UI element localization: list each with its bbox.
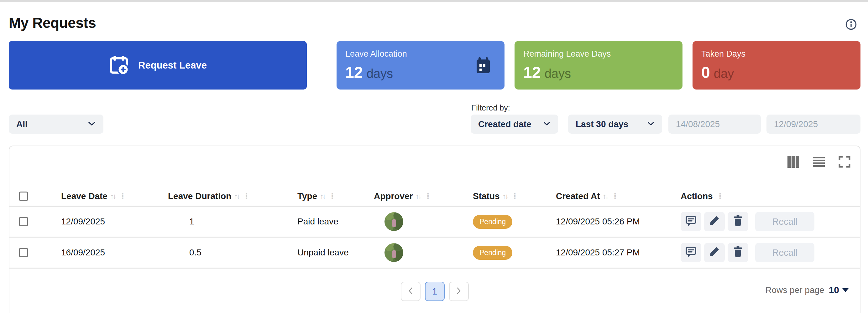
comment-button[interactable] bbox=[681, 212, 701, 231]
column-header-leave-duration[interactable]: Leave Duration ↑↓ ⋮ bbox=[168, 191, 298, 201]
rows-per-page: Rows per page 10 bbox=[765, 285, 848, 295]
pagination: 1 bbox=[9, 282, 860, 301]
rows-per-page-select[interactable]: 10 bbox=[829, 285, 848, 295]
pencil-icon bbox=[709, 215, 720, 229]
chevron-left-icon bbox=[407, 286, 414, 297]
caret-down-icon bbox=[842, 288, 848, 292]
comment-button[interactable] bbox=[681, 243, 701, 262]
chevron-down-icon bbox=[543, 121, 551, 128]
status-badge: Pending bbox=[473, 246, 512, 260]
pencil-icon bbox=[709, 246, 720, 260]
fullscreen-icon[interactable] bbox=[839, 156, 850, 168]
recall-button[interactable]: Recall bbox=[755, 243, 814, 262]
date-from-input[interactable] bbox=[669, 114, 761, 134]
column-label: Leave Date bbox=[61, 191, 107, 201]
date-to-input[interactable] bbox=[767, 114, 861, 134]
leave-type-filter-select[interactable]: All bbox=[9, 114, 103, 134]
prev-page-button[interactable] bbox=[401, 282, 421, 301]
approver-avatar bbox=[384, 212, 403, 231]
cell-type: Paid leave bbox=[298, 217, 374, 227]
request-leave-button[interactable]: Request Leave bbox=[9, 41, 307, 90]
my-requests-page: My Requests Request Leave bbox=[0, 0, 868, 313]
cell-type: Unpaid leave bbox=[298, 248, 374, 257]
rows-per-page-label: Rows per page bbox=[765, 285, 824, 295]
sort-icon[interactable]: ↑↓ bbox=[320, 192, 325, 200]
table-row: 16/09/2025 0.5 Unpaid leave Pending 12/0… bbox=[9, 238, 860, 269]
trash-icon bbox=[732, 246, 744, 260]
page-title: My Requests bbox=[9, 14, 96, 31]
rows-per-page-value: 10 bbox=[829, 285, 839, 295]
sort-icon[interactable]: ↑↓ bbox=[110, 192, 115, 200]
column-label: Actions bbox=[681, 191, 713, 201]
table-header-row: Leave Date ↑↓ ⋮ Leave Duration ↑↓ ⋮ Type… bbox=[9, 186, 860, 207]
cell-leave-duration: 0.5 bbox=[168, 248, 298, 257]
filtered-by-label: Filtered by: bbox=[471, 103, 510, 112]
column-header-leave-date[interactable]: Leave Date ↑↓ ⋮ bbox=[61, 191, 168, 201]
column-menu-icon[interactable]: ⋮ bbox=[423, 192, 432, 201]
requests-table-card: Leave Date ↑↓ ⋮ Leave Duration ↑↓ ⋮ Type… bbox=[9, 145, 861, 313]
filter-range-select[interactable]: Last 30 days bbox=[568, 114, 662, 134]
column-menu-icon[interactable]: ⋮ bbox=[611, 192, 619, 201]
summary-cards-row: Request Leave Leave Allocation 12 days bbox=[9, 41, 861, 90]
column-label: Status bbox=[473, 191, 500, 201]
next-page-button[interactable] bbox=[449, 282, 469, 301]
cell-actions: Recall bbox=[681, 243, 860, 262]
status-badge: Pending bbox=[473, 215, 512, 229]
cell-leave-date: 12/09/2025 bbox=[61, 217, 168, 227]
info-icon[interactable] bbox=[845, 18, 857, 31]
column-menu-icon[interactable]: ⋮ bbox=[118, 192, 127, 201]
column-header-type[interactable]: Type ↑↓ ⋮ bbox=[298, 191, 374, 201]
top-divider-bar bbox=[0, 0, 868, 2]
table-row: 12/09/2025 1 Paid leave Pending 12/09/20… bbox=[9, 207, 860, 238]
leave-type-filter-value: All bbox=[16, 119, 28, 129]
stat-value: 12 bbox=[523, 64, 541, 82]
stat-label: Taken Days bbox=[701, 49, 852, 59]
calendar-plus-icon bbox=[109, 54, 130, 77]
cell-created-at: 12/09/2025 05:27 PM bbox=[556, 248, 681, 257]
stat-card-taken-days: Taken Days 0 day bbox=[692, 41, 861, 90]
row-density-icon[interactable] bbox=[813, 156, 825, 168]
column-menu-icon[interactable]: ⋮ bbox=[242, 192, 250, 201]
cell-leave-duration: 1 bbox=[168, 217, 298, 227]
chevron-down-icon bbox=[647, 121, 655, 128]
page-button-1[interactable]: 1 bbox=[425, 282, 445, 301]
filters-row: Created date Last 30 days bbox=[471, 114, 861, 134]
column-label: Type bbox=[298, 191, 317, 201]
column-header-approver[interactable]: Approver ↑↓ ⋮ bbox=[374, 191, 473, 201]
select-all-checkbox[interactable] bbox=[19, 192, 28, 201]
stat-card-leave-allocation: Leave Allocation 12 days bbox=[337, 41, 504, 90]
stat-card-remaining-leave: Remaining Leave Days 12 days bbox=[515, 41, 682, 90]
calendar-icon bbox=[475, 57, 491, 75]
sort-icon[interactable]: ↑↓ bbox=[503, 192, 508, 200]
comment-icon bbox=[685, 245, 697, 260]
cell-actions: Recall bbox=[681, 212, 860, 231]
stat-value: 12 bbox=[345, 64, 363, 82]
filter-field-select[interactable]: Created date bbox=[471, 114, 558, 134]
stat-unit: days bbox=[367, 67, 393, 81]
stat-label: Remaining Leave Days bbox=[523, 49, 674, 59]
column-label: Leave Duration bbox=[168, 191, 231, 201]
sort-icon[interactable]: ↑↓ bbox=[415, 192, 421, 200]
row-checkbox[interactable] bbox=[19, 217, 28, 226]
edit-button[interactable] bbox=[704, 212, 725, 231]
chevron-right-icon bbox=[455, 286, 463, 297]
edit-button[interactable] bbox=[704, 243, 725, 262]
column-menu-icon[interactable]: ⋮ bbox=[328, 192, 336, 201]
row-checkbox[interactable] bbox=[19, 248, 28, 257]
column-manager-icon[interactable] bbox=[787, 156, 799, 168]
request-leave-label: Request Leave bbox=[138, 60, 207, 71]
column-menu-icon[interactable]: ⋮ bbox=[510, 192, 519, 201]
chevron-down-icon bbox=[88, 121, 96, 128]
delete-button[interactable] bbox=[727, 212, 748, 231]
filter-range-value: Last 30 days bbox=[576, 119, 628, 129]
delete-button[interactable] bbox=[727, 243, 748, 262]
filter-field-value: Created date bbox=[478, 119, 531, 129]
column-header-created-at[interactable]: Created At ↑↓ ⋮ bbox=[556, 191, 681, 201]
stat-label: Leave Allocation bbox=[345, 49, 496, 59]
sort-icon[interactable]: ↑↓ bbox=[234, 192, 239, 200]
column-menu-icon[interactable]: ⋮ bbox=[716, 192, 724, 201]
sort-icon[interactable]: ↑↓ bbox=[603, 192, 608, 200]
recall-button[interactable]: Recall bbox=[755, 212, 814, 231]
column-header-status[interactable]: Status ↑↓ ⋮ bbox=[473, 191, 556, 201]
comment-icon bbox=[685, 214, 697, 229]
